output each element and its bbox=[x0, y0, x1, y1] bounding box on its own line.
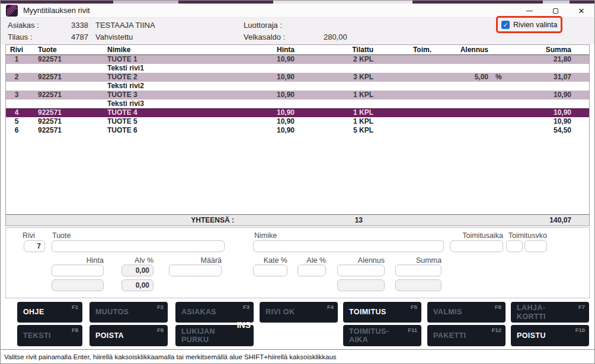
order-rows-table: Rivi Tuote Nimike Hinta Tilattu Toim. Al… bbox=[5, 44, 590, 226]
f12-key-label: F12 bbox=[492, 327, 501, 333]
col-header-hinta: Hinta bbox=[245, 45, 298, 54]
order-label: Tilaus : bbox=[8, 33, 32, 41]
f5-key-label: F5 bbox=[411, 304, 417, 310]
credit-limit-label: Luottoraja : bbox=[244, 21, 282, 30]
kate-field[interactable] bbox=[253, 265, 287, 276]
hinta-label: Hinta bbox=[52, 256, 104, 265]
status-text: Valitse rivit painamalla Enter, hiirellä… bbox=[4, 353, 337, 360]
highlight-annotation-box: ✓ Rivien valinta bbox=[496, 16, 562, 33]
teksti-button[interactable]: TEKSTIF8 bbox=[17, 325, 82, 346]
alennus-field[interactable] bbox=[337, 265, 385, 276]
ale-label: Ale % bbox=[298, 256, 326, 265]
alv-label: Alv % bbox=[121, 256, 153, 265]
table-total-row: YHTEENSÄ : 13 140,07 bbox=[6, 214, 589, 226]
tuote-label: Tuote bbox=[52, 231, 71, 240]
f11-key-label: F11 bbox=[408, 327, 417, 333]
f7-key-label: F7 bbox=[578, 304, 585, 310]
col-header-rivi: Rivi bbox=[6, 45, 27, 54]
f3-key-label: F3 bbox=[243, 304, 249, 310]
kate-label: Kate % bbox=[253, 256, 287, 265]
total-sum: 140,07 bbox=[514, 215, 589, 226]
row-select-label: Rivien valinta bbox=[513, 21, 557, 29]
muutos-button[interactable]: MUUTOSF2 bbox=[89, 302, 168, 323]
col-header-tilattu: Tilattu bbox=[298, 45, 378, 54]
toimitusvko-label: Toimitusvko bbox=[504, 231, 547, 240]
customer-label: Asiakas : bbox=[8, 21, 39, 30]
maara-label: Määrä bbox=[169, 256, 222, 265]
tuote-field[interactable] bbox=[52, 240, 225, 252]
customer-number: 3338 bbox=[57, 21, 88, 30]
total-label: YHTEENSÄ : bbox=[95, 215, 245, 226]
f10-key-label: F10 bbox=[575, 327, 585, 333]
summa-field[interactable] bbox=[395, 265, 442, 276]
asiakas-button[interactable]: ASIAKASF3 bbox=[175, 302, 254, 323]
ale-field[interactable] bbox=[298, 265, 326, 276]
table-row[interactable]: 2 922571 TUOTE 2 10,90 3 KPL 5,00 % 31,0… bbox=[6, 73, 589, 82]
alennus-label: Alennus bbox=[337, 256, 385, 265]
order-number: 4787 bbox=[57, 33, 88, 41]
sales-order-rows-window: Myyntitilauksen rivit ✕ Asiakas : 3338 T… bbox=[0, 0, 595, 364]
hinta-field[interactable] bbox=[52, 265, 104, 276]
toimitus-button[interactable]: TOIMITUSF5 bbox=[343, 302, 421, 323]
window-title: Myyntitilauksen rivit bbox=[23, 6, 90, 15]
maara-field[interactable] bbox=[169, 265, 222, 276]
f2-key-label: F2 bbox=[157, 304, 164, 310]
ins-key-label: INS bbox=[237, 320, 251, 330]
rivi-label: Rivi bbox=[23, 231, 35, 240]
col-header-tuote: Tuote bbox=[27, 45, 95, 54]
lahjakortti-button[interactable]: LAHJA-KORTTIF7 bbox=[511, 302, 589, 323]
nimike-field[interactable] bbox=[253, 240, 444, 252]
toimitusvko-field-2[interactable] bbox=[524, 240, 547, 252]
table-text-row[interactable]: Teksti rivi1 bbox=[6, 64, 589, 73]
alv-field[interactable] bbox=[121, 265, 153, 276]
table-row[interactable]: 3 922571 TUOTE 3 10,90 1 KPL 10,90 bbox=[6, 91, 589, 99]
debt-label: Velkasaldo : bbox=[244, 33, 285, 41]
table-text-row[interactable]: Teksti rivi3 bbox=[6, 99, 589, 108]
debt-value: 280,00 bbox=[324, 33, 347, 41]
row-select-checkbox[interactable]: ✓ bbox=[501, 21, 510, 29]
poistu-button[interactable]: POISTUF10 bbox=[511, 325, 589, 346]
table-header-row: Rivi Tuote Nimike Hinta Tilattu Toim. Al… bbox=[6, 45, 589, 55]
app-icon bbox=[6, 5, 18, 17]
ohje-button[interactable]: OHJEF1 bbox=[17, 302, 82, 323]
table-row[interactable]: 5 922571 TUOTE 5 10,90 1 KPL 10,90 bbox=[6, 117, 589, 126]
summa-field-2[interactable] bbox=[395, 279, 442, 291]
paketti-button[interactable]: PAKETTIF12 bbox=[427, 325, 506, 346]
toimitusvko-field-1[interactable] bbox=[506, 240, 523, 252]
maximize-icon bbox=[553, 8, 558, 14]
f9-key-label: F9 bbox=[157, 327, 164, 333]
alv-field-2[interactable] bbox=[121, 279, 153, 291]
function-buttons: OHJEF1 MUUTOSF2 ASIAKASF3 RIVI OKF4 TOIM… bbox=[1, 298, 594, 349]
table-text-row[interactable]: Teksti rivi2 bbox=[6, 82, 589, 91]
status-bar: Valitse rivit painamalla Enter, hiirellä… bbox=[1, 349, 594, 364]
col-header-nimike: Nimike bbox=[95, 45, 245, 54]
lukijan-purku-button[interactable]: LUKIJAN PURKUINS bbox=[175, 325, 254, 346]
table-row[interactable]: 1 922571 TUOTE 1 10,90 2 KPL 21,80 bbox=[6, 55, 589, 64]
toimitusaika-field[interactable] bbox=[450, 240, 503, 252]
minimize-icon bbox=[526, 11, 533, 11]
nimike-label: Nimike bbox=[254, 231, 277, 240]
valmis-button[interactable]: VALMISF6 bbox=[427, 302, 506, 323]
summa-label: Summa bbox=[395, 256, 442, 265]
order-status: Vahvistettu bbox=[95, 33, 133, 41]
rivi-ok-button[interactable]: RIVI OKF4 bbox=[260, 302, 338, 323]
f4-key-label: F4 bbox=[327, 304, 334, 310]
total-quantity: 13 bbox=[298, 215, 378, 226]
row-edit-form: Rivi Tuote Nimike Toimitusaika Toimitusv… bbox=[5, 227, 590, 298]
table-row[interactable]: 6 922571 TUOTE 6 10,90 5 KPL 54,50 bbox=[6, 126, 589, 135]
hinta-field-2[interactable] bbox=[52, 279, 104, 291]
close-icon: ✕ bbox=[578, 7, 585, 15]
rivi-field[interactable] bbox=[24, 240, 45, 252]
alennus-field-2[interactable] bbox=[337, 279, 385, 291]
f6-key-label: F6 bbox=[495, 304, 501, 310]
poista-button[interactable]: POISTAF9 bbox=[89, 325, 168, 346]
toimitusaika-button[interactable]: TOIMITUS-AIKAF11 bbox=[343, 325, 421, 346]
close-button[interactable]: ✕ bbox=[568, 4, 594, 18]
check-icon: ✓ bbox=[503, 21, 508, 28]
table-row-selected[interactable]: 4 922571 TUOTE 4 10,90 1 KPL 10,90 bbox=[6, 108, 589, 117]
toimitusaika-label: Toimitusaika bbox=[450, 231, 503, 240]
col-header-toim: Toim. bbox=[378, 45, 437, 54]
col-header-summa: Summa bbox=[514, 45, 589, 54]
f1-key-label: F1 bbox=[72, 304, 78, 310]
f8-key-label: F8 bbox=[72, 327, 78, 333]
